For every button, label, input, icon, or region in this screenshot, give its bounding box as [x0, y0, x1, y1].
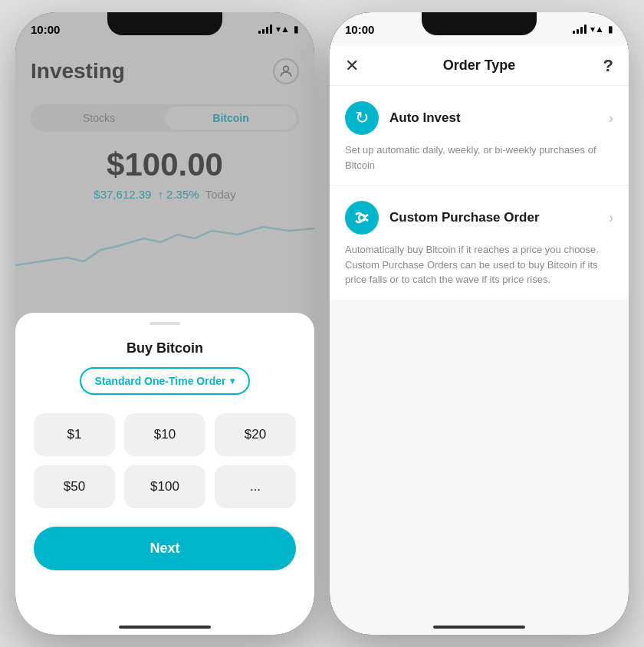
amount-20[interactable]: $20 — [215, 413, 296, 456]
custom-order-desc: Automatically buy Bitcoin if it reaches … — [345, 242, 613, 287]
auto-invest-desc: Set up automatic daily, weekly, or bi-we… — [345, 143, 613, 172]
status-icons-right: ▾▲ ▮ — [573, 24, 613, 34]
sheet-handle — [150, 322, 180, 325]
order-type-label: Standard One-Time Order — [95, 375, 226, 387]
amount-100[interactable]: $100 — [124, 465, 205, 508]
chevron-right-icon-2: › — [609, 210, 613, 226]
home-indicator-right — [433, 626, 525, 629]
amount-10[interactable]: $10 — [124, 413, 205, 456]
amount-more[interactable]: ... — [215, 465, 296, 508]
header-title: Order Type — [443, 57, 516, 74]
wifi-icon: ▾▲ — [276, 24, 290, 34]
wifi-icon-right: ▾▲ — [590, 24, 604, 34]
status-time-right: 10:00 — [345, 23, 374, 36]
custom-order-option[interactable]: Custom Purchase Order › Automatically bu… — [330, 186, 629, 300]
auto-invest-icon: ↻ — [345, 101, 379, 135]
close-button[interactable]: ✕ — [345, 56, 368, 76]
chevron-down-icon: ▾ — [230, 376, 235, 386]
battery-icon: ▮ — [294, 24, 299, 34]
chevron-right-icon-1: › — [609, 110, 613, 126]
help-button[interactable]: ? — [590, 56, 613, 76]
next-button[interactable]: Next — [34, 527, 296, 570]
auto-invest-option[interactable]: ↻ Auto Invest › Set up automatic daily, … — [330, 86, 629, 186]
status-time-left: 10:00 — [31, 23, 60, 36]
bottom-sheet: Buy Bitcoin Standard One-Time Order ▾ $1… — [15, 313, 314, 635]
left-phone: 10:00 ▾▲ ▮ Investing — [15, 12, 314, 635]
order-type-button[interactable]: Standard One-Time Order ▾ — [80, 367, 251, 395]
amount-50[interactable]: $50 — [34, 465, 115, 508]
auto-invest-row: ↻ Auto Invest › — [345, 101, 613, 135]
option-left-auto: ↻ Auto Invest — [345, 101, 461, 135]
home-indicator — [119, 626, 211, 629]
signal-icon — [258, 25, 272, 34]
custom-order-name: Custom Purchase Order — [389, 210, 540, 225]
battery-icon-right: ▮ — [608, 24, 613, 34]
amount-1[interactable]: $1 — [34, 413, 115, 456]
right-phone: 10:00 ▾▲ ▮ ✕ Order Type ? — [330, 12, 629, 635]
order-type-header: ✕ Order Type ? — [330, 46, 629, 86]
notch — [107, 12, 222, 35]
order-content: ↻ Auto Invest › Set up automatic daily, … — [330, 86, 629, 300]
notch-right — [422, 12, 537, 35]
option-left-custom: Custom Purchase Order — [345, 201, 540, 235]
signal-icon-right — [573, 25, 586, 34]
sheet-title: Buy Bitcoin — [34, 340, 296, 356]
status-icons-left: ▾▲ ▮ — [258, 24, 299, 34]
auto-invest-name: Auto Invest — [389, 110, 461, 126]
amount-grid: $1 $10 $20 $50 $100 ... — [34, 413, 296, 508]
custom-order-row: Custom Purchase Order › — [345, 201, 613, 235]
custom-order-icon — [345, 201, 379, 235]
